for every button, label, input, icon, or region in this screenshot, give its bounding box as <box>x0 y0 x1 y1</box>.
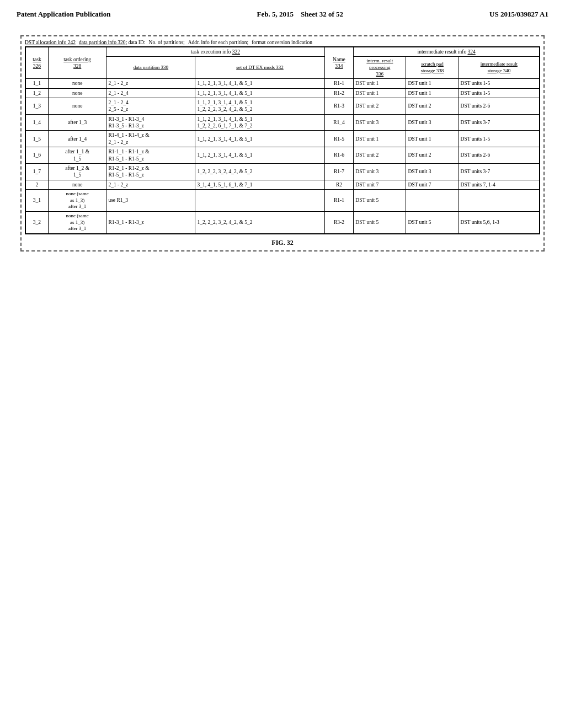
dst-alloc-label: DST allocation info 242 <box>25 40 76 45</box>
top-labels: DST allocation info 242 data partition i… <box>25 40 540 45</box>
addr-info-label: Addr. info for each partition; <box>188 40 248 45</box>
table-row: 1_7 after 1_2 &1_5 R1-2_1 - R1-2_z &R1-5… <box>26 163 540 180</box>
table-row: 2 none 2_1 - 2_z 3_1, 4_1, 5_1, 6_1, & 7… <box>26 180 540 189</box>
table-row: 1_5 after 1_4 R1-4_1 - R1-4_z &2_1 - 2_z… <box>26 131 540 147</box>
table-container: task326 task ordering328 task execution … <box>25 46 540 234</box>
format-conversion-label: format conversion indication <box>252 40 312 45</box>
main-content: DST allocation info 242 data partition i… <box>0 24 565 263</box>
header-center: Feb. 5, 2015 Sheet 32 of 52 <box>257 10 343 19</box>
header-right: US 2015/039827 A1 <box>489 10 548 19</box>
section-header-row-1: task326 task ordering328 task execution … <box>26 47 540 57</box>
table-row: 3_1 none (sameas 1_3)after 3_1 use R1_3 … <box>26 189 540 211</box>
table-row: 1_6 after 1_1 &1_5 R1-1_1 - R1-1_z &R1-5… <box>26 147 540 164</box>
table-row: 1_4 after 1_3 R1-3_1 - R1-3_4R1-3_5 - R1… <box>26 114 540 131</box>
main-table: task326 task ordering328 task execution … <box>25 47 540 234</box>
table-row: 3_2 none (sameas 1_3)after 3_1 R1-3_1 - … <box>26 211 540 233</box>
figure-label: FIG. 32 <box>25 239 540 247</box>
table-row: 1_2 none 2_1 - 2_4 1_1, 2_1, 3_1, 4_1, &… <box>26 88 540 98</box>
page-header: Patent Application Publication Feb. 5, 2… <box>0 0 565 24</box>
data-partition-label: data partition info 320; data ID: <box>79 40 146 45</box>
outer-box: DST allocation info 242 data partition i… <box>20 35 545 251</box>
header-left: Patent Application Publication <box>17 10 110 19</box>
table-row: 1_1 none 2_1 - 2_z 1_1, 2_1, 3_1, 4_1, &… <box>26 79 540 88</box>
table-row: 1_3 none 2_1 - 2_42_5 - 2_z 1_1, 2_1, 3_… <box>26 98 540 115</box>
num-partitions-label: No. of partitions; <box>149 40 185 45</box>
